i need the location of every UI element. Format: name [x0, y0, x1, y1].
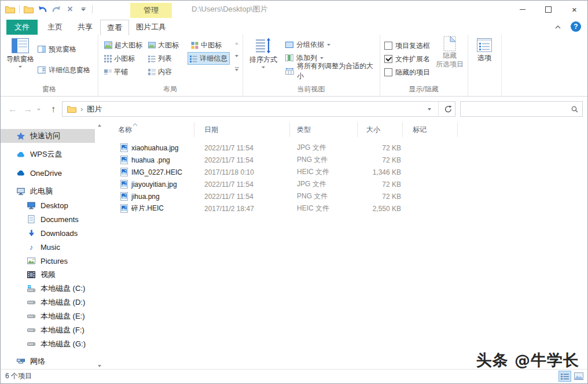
file-name-extensions-checkbox[interactable]: 文件扩展名	[384, 54, 430, 64]
breadcrumb-location[interactable]: 图片	[87, 104, 102, 115]
file-name-extensions-label: 文件扩展名	[395, 54, 430, 64]
layout-small-icons[interactable]: 小图标	[102, 53, 137, 64]
search-input[interactable]	[464, 102, 567, 116]
hidden-items-checkbox[interactable]: 隐藏的项目	[384, 67, 430, 77]
column-header-tags[interactable]: 标记	[403, 122, 458, 137]
sidebar-item-this-pc[interactable]: 此电脑	[1, 184, 95, 198]
quick-access-toolbar: ×	[5, 3, 93, 15]
undo-icon[interactable]	[38, 4, 47, 14]
sidebar-item-music[interactable]: ♪ Music	[1, 240, 95, 254]
column-header-type[interactable]: 类型	[290, 122, 358, 137]
folder-icon[interactable]	[24, 4, 34, 14]
file-row[interactable]: huahua .png 2022/11/7 11:54 PNG 文件 72 KB	[104, 154, 587, 166]
back-arrow-icon[interactable]: ←	[6, 102, 19, 117]
search-icon[interactable]	[571, 106, 578, 113]
layout-list[interactable]: 列表	[146, 53, 174, 64]
layout-option-label: 超大图标	[115, 40, 142, 50]
view-toggles	[558, 371, 585, 382]
file-date: 2017/11/2 18:47	[194, 205, 290, 213]
forward-arrow-icon[interactable]: →	[21, 102, 34, 117]
group-by-button[interactable]: 分组依据	[285, 39, 330, 50]
layout-extra-large-icons[interactable]: 超大图标	[102, 39, 144, 51]
tab-share[interactable]: 共享	[71, 20, 99, 35]
help-icon[interactable]: ?	[571, 21, 581, 32]
delete-icon[interactable]: ×	[65, 4, 75, 14]
file-name: huahua .png	[131, 156, 170, 164]
layout-scroll-down-button[interactable]	[233, 52, 240, 60]
collapse-ribbon-icon[interactable]	[555, 25, 561, 29]
size-all-columns-button[interactable]: 将所有列调整为合适的大小	[285, 66, 380, 76]
layout-tiles[interactable]: 平铺	[102, 66, 130, 77]
sidebar-item-network[interactable]: 网络	[1, 355, 95, 368]
layout-scroll-up-button[interactable]	[233, 39, 240, 47]
details-view-toggle-icon[interactable]	[558, 371, 571, 382]
sidebar-scrollbar[interactable]	[96, 124, 103, 367]
column-header-date[interactable]: 日期	[194, 122, 290, 137]
thumbnails-view-toggle-icon[interactable]	[572, 371, 585, 382]
column-header-size[interactable]: 大小	[358, 122, 403, 137]
sidebar-item-drive-c[interactable]: 本地磁盘 (C:)	[1, 282, 95, 296]
tab-picture-tools[interactable]: 图片工具	[130, 20, 172, 35]
up-arrow-icon[interactable]: ↑	[47, 102, 60, 117]
watermark-text: 头条 @牛学长	[476, 350, 579, 371]
ribbon-group-layout: 超大图标 大图标 中图标 小图标 列表 详细信息	[98, 35, 243, 96]
sort-by-button[interactable]: 排序方式	[246, 38, 281, 68]
sidebar-item-drive-g[interactable]: 本地磁盘 (G:)	[1, 337, 95, 351]
layout-more-button[interactable]	[233, 65, 240, 73]
sidebar-item-downloads[interactable]: Downloads	[1, 226, 95, 240]
layout-content[interactable]: 内容	[146, 66, 174, 77]
sidebar-item-desktop[interactable]: Desktop	[1, 198, 95, 212]
sidebar-item-wps-cloud[interactable]: WPS云盘	[1, 147, 95, 161]
breadcrumb[interactable]: › 图片	[62, 101, 455, 117]
tab-file[interactable]: 文件	[6, 20, 38, 35]
file-row[interactable]: jihua.png 2022/11/7 11:54 PNG 文件 72 KB	[104, 190, 587, 202]
details-pane-button[interactable]: 详细信息窗格	[38, 65, 90, 75]
sidebar-item-videos[interactable]: 视频	[1, 268, 95, 282]
maximize-button[interactable]	[535, 1, 561, 18]
item-check-boxes-label: 项目复选框	[395, 41, 430, 51]
sidebar-item-documents[interactable]: Documents	[1, 212, 95, 226]
options-button[interactable]: 选项	[472, 38, 497, 63]
layout-large-icons[interactable]: 大图标	[146, 39, 181, 51]
file-row[interactable]: 碎片.HEIC 2017/11/2 18:47 HEIC 文件 2,550 KB	[104, 202, 587, 215]
medium-icons-icon	[191, 42, 199, 49]
search-box[interactable]	[460, 101, 583, 117]
close-button[interactable]: ×	[561, 1, 587, 18]
layout-medium-icons[interactable]: 中图标	[189, 39, 223, 51]
file-row[interactable]: IMG_0227.HEIC 2017/11/18 0:10 HEIC 文件 1,…	[104, 166, 587, 178]
redo-icon[interactable]	[52, 4, 61, 14]
image-file-icon	[120, 204, 128, 213]
file-row[interactable]: jiayouyitian.jpg 2022/11/7 11:54 JPG 文件 …	[104, 178, 587, 190]
qat-customize-icon[interactable]	[79, 4, 88, 14]
group-label-show-hide: 显示/隐藏	[380, 84, 468, 94]
file-date: 2017/11/18 0:10	[194, 168, 290, 176]
sidebar-item-label: Music	[41, 243, 60, 252]
address-dropdown-icon[interactable]	[423, 108, 436, 110]
file-row[interactable]: xiaohuahua.jpg 2022/11/7 11:54 JPG 文件 72…	[104, 142, 587, 154]
sidebar-item-drive-f[interactable]: 本地磁盘 (F:)	[1, 323, 95, 337]
layout-details-selected[interactable]: 详细信息	[188, 52, 230, 65]
sidebar-item-quick-access[interactable]: 快速访问	[1, 129, 95, 143]
sort-by-label: 排序方式	[249, 55, 277, 65]
explorer-folder-icon	[5, 4, 15, 14]
column-header-name[interactable]: 名称	[104, 122, 194, 137]
sidebar-item-label: 网络	[30, 356, 45, 367]
minimize-icon	[520, 9, 525, 10]
sidebar-item-onedrive[interactable]: OneDrive	[1, 166, 95, 180]
minimize-button[interactable]	[509, 1, 535, 18]
sidebar-item-drive-d[interactable]: 本地磁盘 (D:)	[1, 296, 95, 309]
sidebar-item-drive-e[interactable]: 本地磁盘 (E:)	[1, 309, 95, 323]
scroll-up-icon[interactable]	[98, 124, 101, 127]
navigation-pane-button[interactable]: 导航窗格	[4, 38, 36, 68]
item-check-boxes-checkbox[interactable]: 项目复选框	[384, 40, 430, 51]
tab-view[interactable]: 查看	[100, 20, 129, 35]
tab-home[interactable]: 主页	[41, 20, 69, 35]
recent-locations-dropdown-icon[interactable]	[35, 102, 42, 117]
refresh-icon[interactable]	[441, 105, 455, 113]
preview-pane-button[interactable]: 预览窗格	[38, 44, 76, 54]
hide-selected-items-button[interactable]: 隐藏 所选项目	[434, 36, 465, 69]
sidebar-item-label: Desktop	[41, 201, 68, 210]
add-columns-icon	[285, 54, 293, 61]
scroll-down-icon[interactable]	[98, 365, 101, 367]
sidebar-item-pictures[interactable]: Pictures	[1, 254, 95, 268]
